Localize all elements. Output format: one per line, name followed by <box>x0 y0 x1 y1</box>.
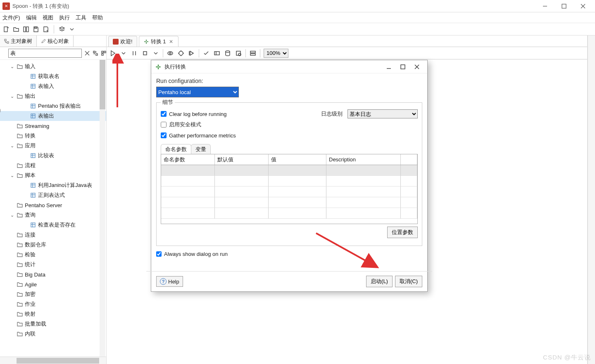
tree-label: 检验 <box>25 251 36 258</box>
search-input[interactable] <box>8 49 82 58</box>
tree-folder[interactable]: ·Agile <box>0 279 106 289</box>
tree-item[interactable]: ·检查表是否存在 <box>0 220 106 230</box>
tree-folder[interactable]: ·检验 <box>0 250 106 260</box>
tree-folder[interactable]: ·映射 <box>0 309 106 319</box>
stop-icon[interactable] <box>141 50 149 57</box>
help-button[interactable]: ? Help <box>156 276 183 287</box>
impact-icon[interactable] <box>213 50 221 57</box>
tree-item[interactable]: ·正则表达式 <box>0 190 106 200</box>
new-file-icon[interactable] <box>2 26 10 33</box>
svg-rect-14 <box>96 54 98 55</box>
table-row[interactable] <box>161 187 417 197</box>
preview-icon[interactable] <box>167 50 174 57</box>
tree-view[interactable]: ⌄输入·获取表名·表输入⌄输出·Pentaho 报表输出·表输出·Streami… <box>0 60 106 357</box>
menu-run[interactable]: 执行 <box>59 14 70 21</box>
tab-core-objects[interactable]: 核心对象 <box>37 35 74 47</box>
dialog-minimize-button[interactable] <box>382 62 396 72</box>
log-level-select[interactable]: 基本日志 <box>347 109 418 118</box>
open-icon[interactable] <box>12 26 20 33</box>
tree-folder[interactable]: ⌄应用 <box>0 141 106 151</box>
run-icon[interactable] <box>109 50 117 57</box>
chevron-icon[interactable]: ⌄ <box>9 143 15 149</box>
dialog-maximize-button[interactable] <box>396 62 410 72</box>
tree-folder[interactable]: ⌄脚本 <box>0 170 106 180</box>
tree-folder[interactable]: ·连接 <box>0 230 106 240</box>
safe-mode-checkbox[interactable] <box>161 122 167 128</box>
tree-folder[interactable]: ·转换 <box>0 131 106 141</box>
expand-icon[interactable] <box>93 49 98 57</box>
dialog-close-button[interactable] <box>410 62 424 72</box>
tree-folder[interactable]: ·加密 <box>0 289 106 299</box>
stop-dropdown-icon[interactable] <box>152 50 159 57</box>
gather-metrics-checkbox[interactable] <box>161 132 167 138</box>
table-row[interactable] <box>161 197 417 208</box>
tree-folder[interactable]: ·流程 <box>0 161 106 170</box>
chevron-icon[interactable]: ⌄ <box>9 213 15 218</box>
show-results-icon[interactable] <box>249 50 257 57</box>
tab-transformation[interactable]: 转换 1 ✕ <box>139 36 179 47</box>
tree-item[interactable]: ·利用Janino计算Java表 <box>0 180 106 190</box>
tree-folder[interactable]: ·作业 <box>0 299 106 309</box>
perspective-icon[interactable] <box>58 26 66 33</box>
menu-view[interactable]: 视图 <box>43 14 53 21</box>
menu-file[interactable]: 文件(F) <box>2 14 20 21</box>
verify-icon[interactable] <box>202 50 210 57</box>
tree-item[interactable]: ·表输出 <box>0 111 106 121</box>
tree-folder[interactable]: ⌄查询 <box>0 210 106 220</box>
tree-folder[interactable]: ·统计 <box>0 260 106 269</box>
collapse-icon[interactable] <box>101 49 107 57</box>
dropdown-icon[interactable] <box>68 26 76 33</box>
tree-folder[interactable]: ⌄输出 <box>0 91 106 101</box>
position-params-button[interactable]: 位置参数 <box>387 227 418 238</box>
tab-main-tree[interactable]: 主对象树 <box>0 35 37 47</box>
tree-folder[interactable]: ·批量加载 <box>0 319 106 329</box>
sql-icon[interactable] <box>224 50 231 57</box>
tree-item[interactable]: ·表输入 <box>0 81 106 91</box>
tab-named-params[interactable]: 命名参数 <box>161 144 191 154</box>
chevron-icon[interactable]: ⌄ <box>9 64 15 69</box>
tree-item[interactable]: ·获取表名 <box>0 71 106 81</box>
chevron-icon[interactable]: ⌄ <box>9 173 15 178</box>
tab-close-icon[interactable]: ✕ <box>168 39 174 45</box>
table-row[interactable] <box>161 176 417 187</box>
clear-search-icon[interactable] <box>84 49 90 57</box>
tree-item[interactable]: ·比较表 <box>0 151 106 161</box>
left-hscroll-thumb[interactable] <box>17 358 99 364</box>
always-show-checkbox[interactable] <box>156 251 162 257</box>
explore-icon[interactable] <box>22 26 30 33</box>
tab-welcome[interactable]: 欢迎! <box>108 36 137 47</box>
tree-folder[interactable]: ·Big Data <box>0 269 106 279</box>
right-vertical-scrollbar[interactable] <box>588 35 595 364</box>
clear-log-checkbox[interactable] <box>161 111 167 117</box>
tree-folder[interactable]: ·数据仓库 <box>0 240 106 250</box>
debug-icon[interactable] <box>177 50 185 57</box>
tree-folder[interactable]: ·Streaming <box>0 121 106 131</box>
table-row[interactable] <box>161 165 417 176</box>
save-as-icon[interactable] <box>42 26 50 33</box>
launch-button[interactable]: 启动(L) <box>366 276 393 287</box>
tree-folder[interactable]: ·内联 <box>0 329 106 339</box>
replay-icon[interactable] <box>188 50 195 57</box>
menu-edit[interactable]: 编辑 <box>26 14 37 21</box>
chevron-icon[interactable]: ⌄ <box>9 94 15 99</box>
minimize-button[interactable] <box>536 0 555 12</box>
tree-item[interactable]: ·Pentaho 报表输出 <box>0 101 106 111</box>
pause-icon[interactable] <box>131 50 138 57</box>
table-row[interactable] <box>161 208 417 219</box>
left-horizontal-scrollbar[interactable] <box>0 357 106 364</box>
cancel-button[interactable]: 取消(C) <box>395 276 422 287</box>
tree-folder[interactable]: ⌄输入 <box>0 61 106 71</box>
zoom-select[interactable]: 100% <box>264 49 288 58</box>
menu-help[interactable]: 帮助 <box>92 14 103 21</box>
maximize-button[interactable] <box>555 0 574 12</box>
run-dropdown-icon[interactable] <box>120 50 127 57</box>
menu-tools[interactable]: 工具 <box>76 14 86 21</box>
tree-folder[interactable]: ·Pentaho Server <box>0 200 106 210</box>
save-icon[interactable] <box>32 26 40 33</box>
params-table[interactable]: 命名参数 默认值 值 Description <box>161 154 418 224</box>
tree-scrollbar-thumb[interactable] <box>100 60 105 109</box>
close-button[interactable] <box>574 0 593 12</box>
tab-variables[interactable]: 变量 <box>191 144 211 154</box>
explore-db-icon[interactable] <box>235 50 242 57</box>
run-config-select[interactable]: Pentaho local <box>156 87 239 97</box>
